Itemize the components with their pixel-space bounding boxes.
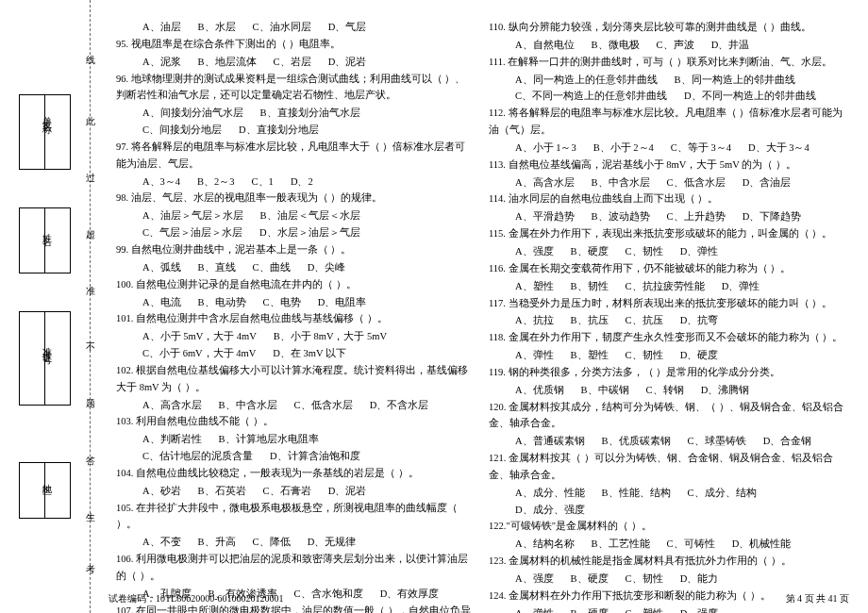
option: A、强度 [515,243,554,260]
option: A、强度 [515,571,554,588]
option: D、直接划分地层 [239,122,319,139]
question-text: 110. 纵向分辨能力较强，划分薄夹层比较可靠的测井曲线是（ ）曲线。 [489,19,846,36]
option: D、水层＞油层＞气层 [259,224,360,241]
option-row: A、高含水层B、中含水层C、低含水层D、不含水层 [116,397,474,414]
option: A、小于 5mV，大于 4mV [142,328,257,345]
option: B、性能、结构 [602,485,671,502]
option: D、不同一构造上的邻井曲线 [684,88,816,105]
option: A、弹性 [515,347,554,364]
option: C、估计地层的泥质含量 [142,448,253,465]
option: D、机械性能 [732,536,792,553]
question-text: 97. 将各解释层的电阻率与标准水层比较，凡电阻率大于（ ）倍标准水层者可能为油… [116,139,474,173]
option: B、计算地层水电阻率 [219,431,319,448]
option: A、油层 [142,19,181,36]
option: B、波动趋势 [592,208,650,225]
question-text: 104. 自然电位曲线比较稳定，一般表现为一条基线的岩层是（ ）。 [116,465,474,482]
question-text: 99. 自然电位测井曲线中，泥岩基本上是一条（ ）。 [116,241,474,258]
exam-content: A、油层B、水层C、油水同层D、气层95. 视电阻率是在综合条件下测出的（ ）电… [108,19,854,594]
option: A、油层＞气层＞水层 [142,207,243,224]
region-label: 地区 [40,476,53,482]
option: C、韧性 [626,243,663,260]
option: C、含水饱和度 [294,586,363,603]
question-text: 118. 金属在外力作用下，韧度产生永久性变形而又不会破坏的能力称为（ ）。 [489,329,846,346]
option: A、电流 [142,294,181,311]
option: D、能力 [680,571,719,588]
option-row: A、弹性B、硬度C、塑性D、强度 [489,605,846,613]
option: C、曲线 [253,259,291,276]
option: B、石英岩 [198,483,246,500]
option: A、塑性 [515,278,554,295]
option: B、中含水层 [592,174,650,191]
option: D、大于 3～4 [748,140,810,157]
option: C、油水同层 [253,19,311,36]
option: B、小于 2～4 [593,140,654,157]
option-row: A、砂岩B、石英岩C、石膏岩D、泥岩 [116,483,474,500]
question-text: 101. 自然电位测井中含水层自然电位曲线与基线偏移（ ）。 [116,310,474,327]
option-row: A、不变B、升高C、降低D、无规律 [116,534,474,551]
option: D、在 3mV 以下 [273,345,346,362]
option: B、硬度 [571,243,609,260]
option: C、降低 [253,534,291,551]
option: A、泥浆 [142,54,181,71]
option: A、弧线 [142,259,181,276]
option: B、同一构造上的邻井曲线 [675,72,795,89]
option-row: A、抗拉B、抗压C、抗压D、抗弯 [489,312,846,329]
option: C、石膏岩 [263,483,311,500]
option: A、小于 1～3 [515,140,576,157]
option: D、硬度 [680,347,719,364]
option: A、3～4 [142,174,180,191]
question-text: 121. 金属材料按其（ ）可以分为铸铁、钢、合金钢、铜及铜合金、铝及铝合金、轴… [489,450,846,484]
option: A、判断岩性 [142,431,202,448]
question-text: 105. 在井径扩大井段中，微电极系电极板悬空，所测视电阻率的曲线幅度（ ）。 [116,500,474,534]
option: B、微电极 [592,37,640,54]
option: A、间接划分油气水层 [142,105,243,122]
name-label: 姓名 [40,226,53,232]
option-row: A、油层B、水层C、油水同层D、气层 [116,19,474,36]
option: A、弹性 [515,605,554,613]
question-text: 114. 油水同层的自然电位曲线自上而下出现（ ）。 [489,191,846,207]
option: C、声波 [657,37,694,54]
option: B、中碳钢 [581,382,629,399]
option: B、电动势 [198,294,246,311]
option: A、同一构造上的任意邻井曲线 [515,72,658,89]
option: B、2～3 [197,174,235,191]
option-row: A、成分、性能B、性能、结构C、成分、结构D、成分、强度 [489,485,846,519]
option: D、2 [291,174,313,191]
question-text: 117. 当稳受外力是压力时，材料所表现出来的抵抗变形破坏的能力叫（ ）。 [489,295,846,312]
option: A、高含水层 [142,397,202,414]
option: D、井温 [711,37,750,54]
option: C、1 [252,174,274,191]
option: B、抗压 [571,312,609,329]
option: B、升高 [198,534,236,551]
option: B、直接划分油气水层 [260,105,360,122]
option: C、电势 [263,294,301,311]
option-row: C、气层＞油层＞水层D、水层＞油层＞气层 [116,224,474,241]
footer-page-number: 第 4 页 共 41 页 [786,592,850,605]
option-row: A、强度B、硬度C、韧性D、能力 [489,571,846,588]
option: C、转钢 [646,382,684,399]
option: D、电阻率 [318,294,367,311]
option: D、强度 [680,605,719,613]
option-row: A、同一构造上的任意邻井曲线B、同一构造上的邻井曲线 [489,72,846,89]
option: A、不变 [142,534,181,551]
footer-exam-code: 试卷编码：10TL80620000-60106020120001 [108,592,284,605]
unit-name-box [19,94,71,170]
option: A、优质钢 [515,382,564,399]
option: C、可铸性 [667,536,715,553]
option: D、成分、强度 [515,502,585,519]
option: B、油层＜气层＜水层 [260,207,360,224]
option-row: A、泥浆B、地层流体C、岩层D、泥岩 [116,54,474,71]
option: D、气层 [328,19,367,36]
option: C、小于 6mV，大于 4mV [142,345,256,362]
option: C、低含水层 [667,174,726,191]
question-text: 115. 金属在外力作用下，表现出来抵抗变形或破坏的能力，叫金属的（ ）。 [489,225,846,242]
option: D、尖峰 [308,259,346,276]
option: B、直线 [198,259,236,276]
option: A、砂岩 [142,483,181,500]
option-row: C、不同一构造上的任意邻井曲线D、不同一构造上的邻井曲线 [489,88,846,105]
option: B、硬度 [571,605,609,613]
exam-number-box [19,311,71,406]
option: C、上升趋势 [667,208,726,225]
option: D、含油层 [743,174,792,191]
option: C、气层＞油层＞水层 [142,224,242,241]
